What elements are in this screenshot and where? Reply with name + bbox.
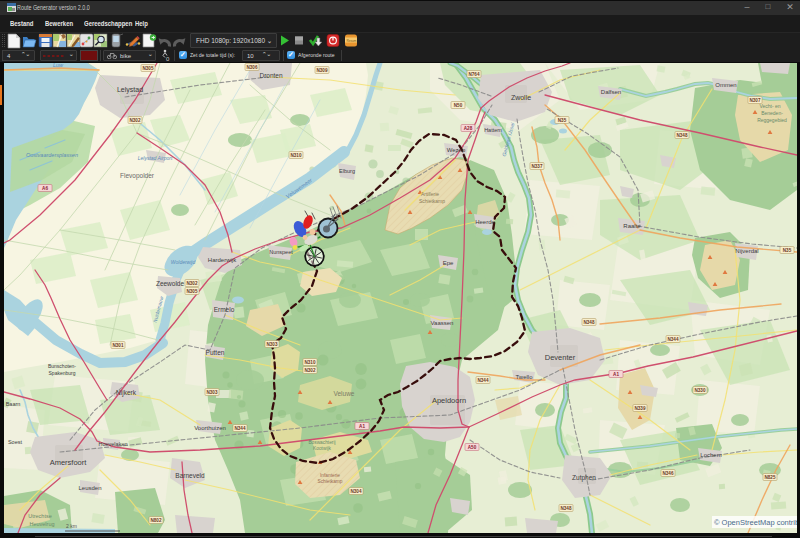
svg-text:Oostvaardersplassen: Oostvaardersplassen [26, 152, 78, 158]
svg-text:Raalte: Raalte [623, 223, 641, 229]
svg-text:N302: N302 [187, 281, 198, 286]
svg-text:N339: N339 [635, 406, 646, 411]
svg-text:N303: N303 [267, 342, 278, 347]
svg-text:Zutphen: Zutphen [572, 474, 596, 482]
svg-text:2 km: 2 km [66, 523, 77, 529]
svg-text:Bunschoten-: Bunschoten- [48, 363, 76, 369]
svg-text:Voorthuizen: Voorthuizen [194, 425, 226, 431]
svg-text:N348: N348 [561, 506, 572, 511]
svg-text:Lochem: Lochem [700, 452, 721, 458]
svg-text:N306: N306 [247, 65, 258, 70]
svg-text:N344: N344 [235, 426, 246, 431]
svg-text:N344: N344 [478, 378, 489, 383]
svg-text:N302: N302 [305, 368, 316, 373]
svg-text:A1: A1 [613, 372, 619, 377]
svg-text:0: 0 [166, 56, 170, 62]
svg-text:N307: N307 [750, 98, 761, 103]
svg-text:Nunspeet: Nunspeet [269, 249, 293, 255]
svg-text:Schietkamp: Schietkamp [419, 198, 445, 204]
svg-text:Reggegebied: Reggegebied [757, 117, 787, 123]
svg-text:N309: N309 [317, 68, 328, 73]
svg-text:Ommen: Ommen [715, 82, 736, 88]
svg-text:Twello: Twello [515, 374, 533, 380]
svg-text:Infanterie: Infanterie [320, 473, 340, 478]
svg-text:N348: N348 [677, 133, 688, 138]
svg-text:N344: N344 [668, 337, 679, 342]
svg-text:N35: N35 [783, 248, 792, 253]
svg-text:A1: A1 [359, 424, 365, 429]
svg-text:Putten: Putten [206, 349, 225, 356]
svg-text:Harderwijk: Harderwijk [208, 257, 237, 263]
svg-text:Dalfsen: Dalfsen [601, 89, 621, 95]
svg-text:Hoevelaken: Hoevelaken [98, 441, 127, 447]
svg-text:Dronten: Dronten [259, 72, 283, 79]
svg-text:N330: N330 [695, 388, 706, 393]
svg-text:Baarn: Baarn [6, 401, 21, 407]
svg-text:N301: N301 [113, 343, 124, 348]
svg-text:N348: N348 [584, 320, 595, 325]
svg-text:Hattem: Hattem [484, 127, 502, 133]
svg-text:© OpenStreetMap contribu: © OpenStreetMap contribu [714, 518, 797, 527]
svg-text:Ermelo: Ermelo [214, 306, 235, 313]
svg-text:N764: N764 [469, 72, 480, 77]
svg-text:N302: N302 [130, 118, 141, 123]
svg-text:N310: N310 [305, 360, 316, 365]
svg-text:Lelystad: Lelystad [117, 86, 143, 94]
svg-text:N310: N310 [291, 153, 302, 158]
svg-text:N802: N802 [151, 518, 162, 523]
svg-text:Artillerie: Artillerie [421, 191, 439, 197]
svg-text:Epe: Epe [443, 260, 454, 266]
svg-text:N346: N346 [663, 471, 674, 476]
svg-text:Flevopolder: Flevopolder [120, 172, 155, 180]
svg-text:N305: N305 [143, 66, 154, 71]
svg-text:Vaassen: Vaassen [431, 320, 454, 326]
svg-text:Soest: Soest [8, 439, 23, 445]
svg-text:N304: N304 [351, 489, 362, 494]
svg-text:Veluwe: Veluwe [334, 390, 355, 397]
svg-text:A28: A28 [464, 126, 473, 131]
svg-text:Boswachterij: Boswachterij [308, 440, 335, 445]
svg-text:Heuvelrug: Heuvelrug [29, 521, 54, 527]
svg-text:Lelystad Airport: Lelystad Airport [138, 155, 173, 161]
svg-text:Kootwijk: Kootwijk [313, 446, 331, 451]
svg-text:Barneveld: Barneveld [175, 472, 205, 479]
svg-text:Zeewolde: Zeewolde [156, 280, 185, 287]
svg-text:Spakenburg: Spakenburg [49, 370, 76, 376]
svg-text:N825: N825 [765, 475, 776, 480]
svg-text:Schietkamp: Schietkamp [317, 479, 342, 484]
svg-text:A6: A6 [42, 186, 48, 191]
svg-text:N337: N337 [532, 164, 543, 169]
svg-text:Nijkerk: Nijkerk [116, 389, 137, 397]
svg-text:Wolderwijd: Wolderwijd [171, 259, 196, 265]
svg-text:Beneden-: Beneden- [761, 110, 783, 116]
svg-text:Elburg: Elburg [339, 168, 355, 174]
svg-text:Vecht- en: Vecht- en [759, 103, 780, 109]
svg-text:N303: N303 [207, 390, 218, 395]
svg-text:N50: N50 [454, 103, 463, 108]
svg-text:Deventer: Deventer [545, 353, 576, 362]
svg-text:N305: N305 [187, 289, 198, 294]
svg-text:Nijverdal: Nijverdal [735, 248, 758, 254]
svg-text:Heerde: Heerde [475, 219, 495, 225]
svg-text:Zwolle: Zwolle [511, 94, 531, 101]
svg-text:Amersfoort: Amersfoort [50, 458, 88, 467]
svg-text:Luw: Luw [53, 63, 64, 68]
svg-text:A50: A50 [468, 445, 477, 450]
svg-text:Leusden: Leusden [78, 485, 101, 491]
svg-text:Utrechtse: Utrechtse [28, 513, 52, 519]
svg-text:Wezep: Wezep [447, 147, 466, 153]
svg-text:Apeldoorn: Apeldoorn [432, 396, 466, 405]
svg-text:N35: N35 [558, 118, 567, 123]
svg-text:Resum: Resum [346, 39, 356, 43]
